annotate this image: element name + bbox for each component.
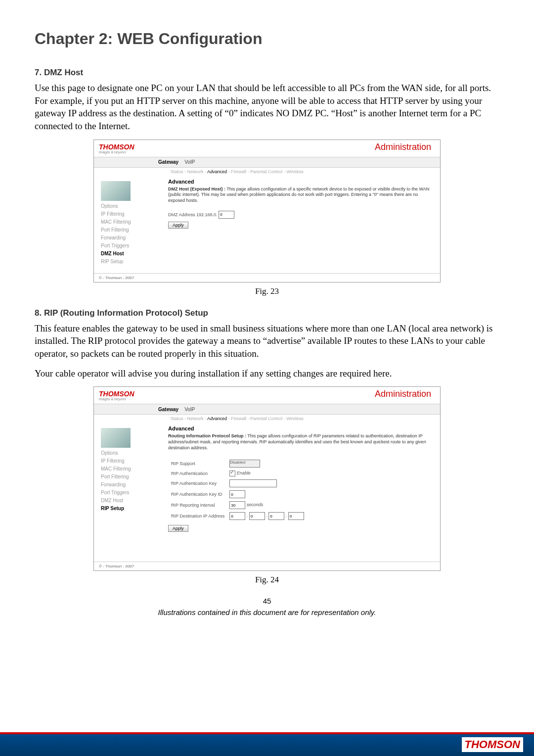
sidebar-item-forwarding[interactable]: Forwarding [101, 235, 165, 240]
sidebar-item-dmz-host[interactable]: DMZ Host [101, 251, 165, 256]
sub-nav: Status - Network - Advanced - Firewall -… [94, 415, 440, 423]
sidebar: Options IP Filtering MAC Filtering Port … [94, 423, 165, 562]
sidebar-item-mac-filtering[interactable]: MAC Filtering [101, 219, 165, 225]
subnav-advanced[interactable]: Advanced [207, 169, 227, 174]
sidebar-item-forwarding[interactable]: Forwarding [101, 482, 165, 487]
subnav-advanced[interactable]: Advanced [207, 416, 227, 421]
page-number: 45 [35, 597, 499, 605]
rip-interval-input[interactable] [229, 501, 245, 509]
tab-gateway[interactable]: Gateway [158, 407, 178, 412]
rip-description: Routing Information Protocol Setup : Thi… [168, 433, 433, 451]
sidebar-item-dmz-host[interactable]: DMZ Host [101, 498, 165, 503]
rip-auth-enable-text: Enable [237, 471, 251, 476]
screenshot-dmz: THOMSON images & beyond Administration G… [93, 140, 441, 283]
rip-key-label: RIP Authentication Key [169, 478, 226, 488]
subnav-firewall[interactable]: Firewall [231, 416, 246, 421]
rip-keyid-input[interactable] [229, 490, 245, 498]
dmz-address-label: DMZ Address 192.168.0. [168, 212, 218, 217]
rip-dest-label: RIP Destination IP Address [169, 511, 226, 521]
section-8-heading: 8. RIP (Routing Information Protocol) Se… [35, 308, 499, 318]
apply-button[interactable]: Apply [168, 525, 188, 532]
figure-24-caption: Fig. 24 [35, 575, 499, 585]
rip-keyid-label: RIP Authentication Key ID [169, 489, 226, 499]
tab-voip[interactable]: VoIP [184, 159, 195, 165]
dmz-description: DMZ Host (Exposed Host) : This page allo… [168, 187, 433, 204]
subnav-wireless[interactable]: Wireless [286, 416, 304, 421]
rip-key-input[interactable] [229, 479, 277, 487]
rip-dest-b[interactable] [249, 512, 265, 520]
disclaimer: Illustrations contained in this document… [35, 608, 499, 616]
section-8-body-2: Your cable operator will advise you duri… [35, 367, 499, 380]
sidebar-item-port-filtering[interactable]: Port Filtering [101, 474, 165, 479]
section-7-body: Use this page to designate one PC on you… [35, 82, 499, 133]
section-7-heading: 7. DMZ Host [35, 68, 499, 78]
content-section-title: Advanced [168, 179, 433, 185]
rip-auth-label: RIP Authentication [169, 470, 226, 477]
sidebar-item-options[interactable]: Options [101, 450, 165, 456]
thomson-logo: THOMSON [99, 143, 134, 151]
sidebar: Options IP Filtering MAC Filtering Port … [94, 176, 165, 273]
subnav-status[interactable]: Status [171, 416, 183, 421]
sidebar-item-ip-filtering[interactable]: IP Filtering [101, 458, 165, 464]
dmz-address-input[interactable] [219, 211, 234, 219]
subnav-parental[interactable]: Parental Control [250, 416, 282, 421]
subnav-wireless[interactable]: Wireless [286, 169, 304, 174]
subnav-status[interactable]: Status [171, 169, 183, 174]
subnav-network[interactable]: Network [187, 169, 204, 174]
thomson-tagline: images & beyond [99, 150, 126, 154]
sidebar-item-port-triggers[interactable]: Port Triggers [101, 490, 165, 495]
content-section-title: Advanced [168, 425, 433, 431]
sidebar-item-port-triggers[interactable]: Port Triggers [101, 243, 165, 248]
sidebar-item-rip-setup[interactable]: RIP Setup [101, 259, 165, 264]
footer-logo: THOMSON [462, 737, 523, 752]
subnav-parental[interactable]: Parental Control [250, 169, 282, 174]
apply-button[interactable]: Apply [168, 222, 188, 229]
sub-nav: Status - Network - Advanced - Firewall -… [94, 168, 440, 176]
copyright: © - Thomson - 2007 [94, 562, 440, 570]
rip-interval-label: RIP Reporting Interval [169, 500, 226, 510]
sidebar-item-rip-setup[interactable]: RIP Setup [101, 506, 165, 511]
sidebar-item-ip-filtering[interactable]: IP Filtering [101, 211, 165, 217]
footer-stripe [0, 732, 534, 734]
rip-dest-c[interactable] [268, 512, 284, 520]
tab-gateway[interactable]: Gateway [158, 159, 178, 165]
chapter-title: Chapter 2: WEB Configuration [35, 30, 499, 48]
thomson-tagline: images & beyond [99, 397, 126, 401]
rip-support-label: RIP Support [169, 459, 226, 469]
sidebar-image [101, 428, 131, 448]
section-8-body-1: This feature enables the gateway to be u… [35, 322, 499, 360]
copyright: © - Thomson - 2007 [94, 273, 440, 282]
tab-voip[interactable]: VoIP [184, 407, 195, 412]
subnav-firewall[interactable]: Firewall [231, 169, 246, 174]
rip-dest-d[interactable] [288, 512, 304, 520]
page-footer: THOMSON [0, 732, 534, 756]
top-tabs: Gateway VoIP [94, 404, 440, 415]
subnav-network[interactable]: Network [187, 416, 204, 421]
figure-23-caption: Fig. 23 [35, 286, 499, 296]
admin-title: Administration [375, 142, 431, 152]
admin-title: Administration [375, 389, 431, 399]
rip-support-select[interactable]: Disabled [229, 460, 260, 468]
rip-auth-checkbox[interactable] [229, 471, 235, 476]
thomson-logo: THOMSON [99, 390, 134, 398]
top-tabs: Gateway VoIP [94, 157, 440, 168]
screenshot-rip: THOMSON images & beyond Administration G… [93, 386, 441, 571]
rip-dest-a[interactable] [229, 512, 245, 520]
sidebar-item-mac-filtering[interactable]: MAC Filtering [101, 466, 165, 472]
sidebar-item-options[interactable]: Options [101, 203, 165, 209]
sidebar-image [101, 181, 131, 201]
sidebar-item-port-filtering[interactable]: Port Filtering [101, 227, 165, 233]
rip-interval-unit: seconds [247, 503, 264, 508]
